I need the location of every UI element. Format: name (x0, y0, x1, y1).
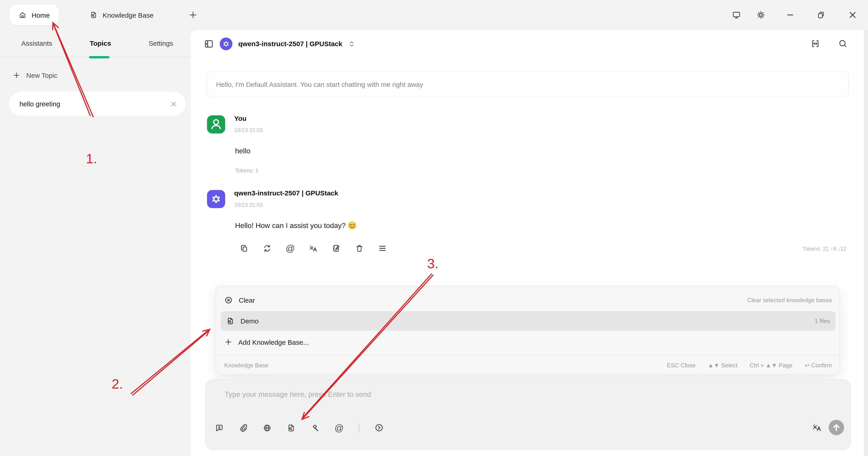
toolbar-divider (359, 423, 360, 432)
scrollbar-track[interactable] (864, 30, 868, 456)
kb-item-meta: 1 files (815, 318, 830, 324)
knowledge-base-icon[interactable] (287, 423, 296, 432)
kb-hint-select: ▲▼ Select (708, 362, 738, 368)
assistant-message-time: 10/13 21:03 (234, 202, 263, 208)
topic-search (9, 92, 185, 116)
attach-file-icon[interactable] (239, 423, 248, 432)
active-tab-indicator (89, 56, 110, 58)
knowledge-base-popup: Clear Clear selected knowledge bases Dem… (216, 286, 839, 375)
send-up-arrow-icon (829, 420, 844, 435)
topic-search-input[interactable] (19, 99, 170, 108)
kb-footer-title: Knowledge Base (224, 362, 268, 368)
document-search-icon (90, 11, 98, 19)
translate-icon[interactable] (309, 244, 318, 253)
edit-note-icon[interactable] (332, 244, 341, 253)
expand-input-icon[interactable] (375, 423, 384, 432)
new-topic-label: New Topic (26, 71, 57, 79)
kb-clear-hint: Clear selected knowledge bases (747, 296, 832, 303)
assistant-welcome-banner: Hello, I'm Default Assistant. You can st… (207, 71, 849, 97)
composer-right-actions (812, 420, 844, 435)
send-button[interactable] (829, 420, 844, 435)
mcp-tools-icon[interactable] (311, 423, 320, 432)
expand-width-icon[interactable] (811, 39, 820, 49)
tab-knowledge-base-label: Knowledge Base (103, 11, 153, 19)
delete-icon[interactable] (355, 244, 364, 253)
close-window-icon[interactable] (848, 10, 857, 20)
model-avatar (220, 37, 232, 50)
collapse-sidebar-icon[interactable] (204, 39, 214, 49)
clear-search-icon[interactable] (170, 100, 177, 108)
tab-home-label: Home (32, 11, 50, 19)
home-icon (19, 11, 27, 19)
select-updown-icon[interactable] (348, 40, 355, 47)
new-context-icon[interactable] (215, 423, 224, 432)
web-search-icon[interactable] (263, 423, 272, 432)
assistant-message-text: Hello! How can I assist you today? 😊 (235, 221, 357, 230)
kb-hint-confirm: ↩ Confirm (805, 362, 832, 368)
sidebar-tabs: Assistants Topics Settings (0, 34, 191, 52)
sidebar-tab-assistants[interactable]: Assistants (21, 39, 52, 47)
chat-panel: qwen3-instruct-2507 | GPUStack Hello, I'… (191, 30, 868, 456)
titlebar: Home Knowledge Base (0, 0, 868, 30)
assistant-message-tokens: Tokens: 21 ↑9 ↓12 (803, 246, 846, 252)
new-topic-button[interactable]: New Topic (0, 66, 191, 84)
regenerate-icon[interactable] (263, 244, 272, 253)
mention-icon[interactable]: @ (286, 244, 295, 253)
restore-window-icon[interactable] (816, 10, 826, 20)
kb-item-name: Demo (241, 317, 258, 325)
sidebar: Assistants Topics Settings New Topic (0, 30, 191, 456)
qwen-logo-icon (222, 39, 230, 48)
user-message-time: 10/13 21:03 (234, 127, 263, 134)
composer-toolbar: @ (215, 423, 384, 432)
settings-gear-icon[interactable] (756, 10, 765, 20)
kb-clear-label: Clear (239, 296, 255, 304)
kb-key-hints: ESC Close ▲▼ Select Ctrl + ▲▼ Page ↩ Con… (667, 362, 832, 368)
display-icon[interactable] (732, 10, 741, 20)
tab-home[interactable]: Home (9, 4, 59, 25)
message-input[interactable] (224, 388, 768, 401)
kb-hint-close: ESC Close (667, 362, 695, 368)
kb-add-row[interactable]: Add Knowledge Base... (216, 334, 840, 350)
app-window: Home Knowledge Base (0, 0, 868, 456)
plus-icon (224, 338, 232, 346)
kb-popup-footer: Knowledge Base ESC Close ▲▼ Select Ctrl … (216, 355, 840, 375)
message-action-bar: @ (240, 244, 387, 253)
model-selector-label[interactable]: qwen3-instruct-2507 | GPUStack (238, 40, 342, 48)
message-composer: @ (205, 379, 851, 450)
kb-clear-row[interactable]: Clear Clear selected knowledge bases (216, 292, 840, 308)
document-search-icon (226, 317, 235, 325)
circle-x-icon (224, 296, 233, 304)
kb-item-demo[interactable]: Demo 1 files (221, 311, 835, 331)
qwen-logo-icon (210, 193, 222, 205)
assistant-message-author: qwen3-instruct-2507 | GPUStack (234, 189, 338, 197)
add-tab-icon[interactable] (188, 10, 197, 20)
assistant-avatar (207, 190, 225, 208)
sidebar-tab-settings[interactable]: Settings (149, 39, 173, 47)
copy-icon[interactable] (240, 244, 249, 253)
user-message-tokens: Tokens: 1 (235, 167, 258, 174)
mention-model-icon[interactable]: @ (335, 423, 344, 432)
more-menu-icon[interactable] (378, 244, 387, 253)
kb-add-label: Add Knowledge Base... (238, 338, 309, 346)
chat-header-actions (811, 39, 848, 49)
translate-icon[interactable] (812, 423, 822, 432)
sidebar-tab-topics[interactable]: Topics (90, 39, 111, 47)
search-messages-icon[interactable] (838, 39, 848, 49)
chat-header: qwen3-instruct-2507 | GPUStack (191, 30, 868, 57)
minimize-icon[interactable] (786, 10, 795, 20)
kb-hint-page: Ctrl + ▲▼ Page (749, 362, 793, 368)
plus-icon (13, 71, 20, 79)
person-icon (207, 115, 225, 134)
tab-knowledge-base[interactable]: Knowledge Base (81, 4, 162, 25)
welcome-text: Hello, I'm Default Assistant. You can st… (216, 80, 423, 88)
user-avatar (207, 115, 225, 134)
user-message-author: You (234, 114, 246, 122)
user-message-text: hello (235, 147, 250, 155)
